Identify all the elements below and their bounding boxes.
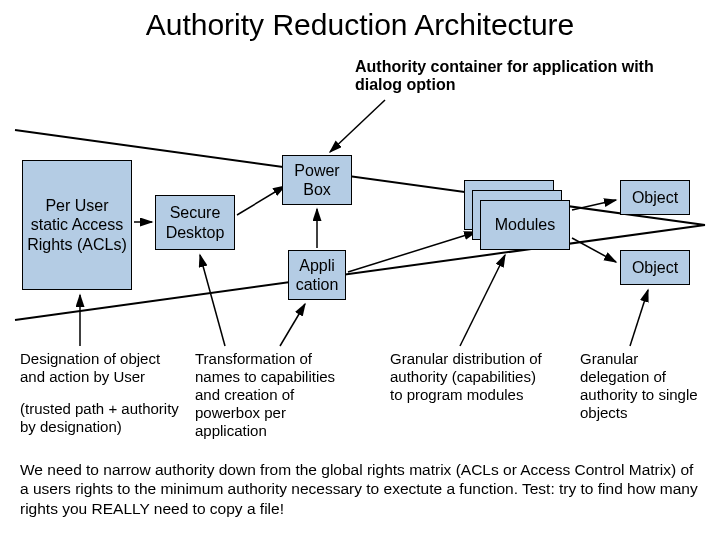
box-object-2: Object xyxy=(620,250,690,285)
svg-line-7 xyxy=(572,200,616,210)
box-application: Appli cation xyxy=(288,250,346,300)
box-power-box: Power Box xyxy=(282,155,352,205)
caption-distribution: Granular distribution of authority (capa… xyxy=(390,350,545,404)
slide-title: Authority Reduction Architecture xyxy=(0,8,720,42)
box-object-1: Object xyxy=(620,180,690,215)
svg-line-8 xyxy=(572,238,616,262)
svg-line-13 xyxy=(630,290,648,346)
caption-designation-sub: (trusted path + authority by designation… xyxy=(20,400,180,436)
svg-line-12 xyxy=(460,255,505,346)
svg-line-10 xyxy=(200,255,225,346)
subtitle: Authority container for application with… xyxy=(355,58,685,94)
box-secure-desktop: Secure Desktop xyxy=(155,195,235,250)
box-acl: Per User static Access Rights (ACLs) xyxy=(22,160,132,290)
caption-delegation: Granular delegation of authority to sing… xyxy=(580,350,710,422)
svg-line-2 xyxy=(330,100,385,152)
svg-line-4 xyxy=(237,186,285,215)
footer-text: We need to narrow authority down from th… xyxy=(20,460,700,518)
svg-line-6 xyxy=(348,232,476,272)
svg-line-11 xyxy=(280,304,305,346)
box-modules: Modules xyxy=(480,200,570,250)
caption-transformation: Transformation of names to capabilities … xyxy=(195,350,355,440)
caption-designation: Designation of object and action by User xyxy=(20,350,180,386)
